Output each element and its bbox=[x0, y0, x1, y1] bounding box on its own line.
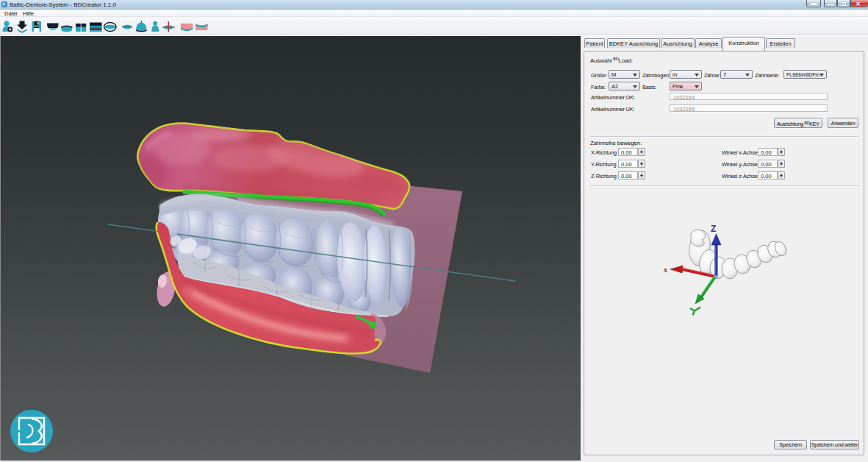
svg-text:Z: Z bbox=[711, 224, 716, 234]
svg-text:x: x bbox=[663, 266, 667, 274]
